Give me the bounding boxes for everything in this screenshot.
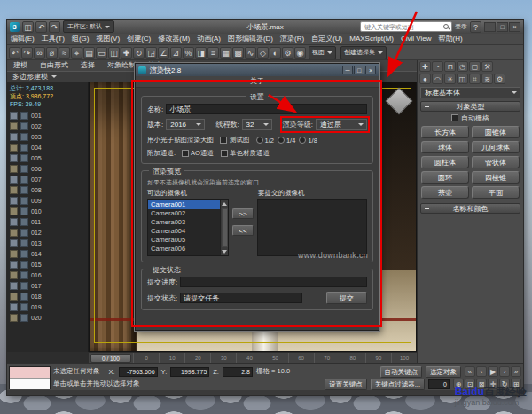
- scene-name-field[interactable]: 小场景: [166, 104, 367, 114]
- menu-item[interactable]: Civil View: [397, 34, 435, 44]
- object-type-button[interactable]: 球体: [421, 141, 469, 153]
- minimize-button[interactable]: ─: [484, 22, 496, 32]
- dialog-maximize-button[interactable]: □: [354, 66, 364, 74]
- menu-item[interactable]: 工具(T): [38, 34, 68, 44]
- camera-list-item[interactable]: Camera002: [148, 209, 220, 218]
- object-type-button[interactable]: 四棱锥: [472, 171, 520, 184]
- remove-camera-button[interactable]: <<: [232, 225, 254, 236]
- selected-filter-button[interactable]: 选定对象: [426, 366, 461, 378]
- add-camera-button[interactable]: >>: [232, 208, 254, 219]
- object-visibility-icon[interactable]: [20, 165, 28, 173]
- frame-tick[interactable]: 40: [236, 353, 262, 363]
- frame-tick[interactable]: 70: [314, 353, 340, 363]
- select-rotate-icon[interactable]: ↻: [133, 47, 145, 59]
- scrollbar-thumb[interactable]: [222, 208, 228, 247]
- x-coordinate-field[interactable]: -7963.606: [119, 367, 158, 377]
- utilities-tab[interactable]: ⚒: [481, 61, 493, 72]
- object-visibility-icon[interactable]: [20, 303, 28, 311]
- window-crossing-icon[interactable]: ◫: [108, 47, 120, 59]
- radio-icon[interactable]: [299, 137, 306, 144]
- menu-item[interactable]: MAXScript(M): [346, 34, 397, 44]
- checkbox-icon[interactable]: [182, 150, 189, 157]
- object-visibility-icon[interactable]: [20, 133, 28, 141]
- object-visibility-icon[interactable]: [20, 144, 28, 152]
- fraction-option[interactable]: 1/4: [278, 137, 295, 145]
- menu-item[interactable]: 组(G): [68, 34, 93, 44]
- scene-object-row[interactable]: 006: [7, 163, 88, 174]
- object-type-button[interactable]: 圆环: [421, 171, 469, 184]
- test-render-checkbox[interactable]: [220, 137, 227, 144]
- frame-tick[interactable]: 100: [391, 353, 417, 363]
- extra-channel-option[interactable]: 单色材质通道: [221, 149, 270, 158]
- ribbon-tab[interactable]: 建模: [7, 60, 34, 71]
- frame-tick[interactable]: 50: [262, 353, 287, 363]
- camera-list-item[interactable]: Camera003: [148, 218, 220, 227]
- camera-list-item[interactable]: Camera004: [148, 227, 220, 236]
- submit-cameras-list[interactable]: [257, 199, 367, 256]
- search-input[interactable]: [363, 23, 442, 31]
- menu-item[interactable]: 动画(A): [193, 34, 224, 44]
- bind-to-spacewarp-icon[interactable]: ≈: [59, 47, 70, 59]
- cameras-icon[interactable]: ◫: [457, 74, 468, 84]
- current-frame-field[interactable]: 0: [428, 379, 450, 389]
- help-icon[interactable]: ?: [470, 21, 481, 33]
- camera-list-item[interactable]: Camera005: [148, 236, 220, 245]
- scene-object-row[interactable]: 007: [7, 174, 88, 184]
- undo-icon[interactable]: ↶: [35, 21, 47, 33]
- object-type-button[interactable]: 平面: [472, 186, 520, 199]
- percent-snap-icon[interactable]: %: [183, 47, 194, 59]
- align-icon[interactable]: ≡: [207, 47, 219, 59]
- dialog-titlebar[interactable]: 渲染快2.8 ─□×: [136, 64, 379, 76]
- checkbox-icon[interactable]: [221, 150, 228, 157]
- frame-tick[interactable]: 10: [159, 353, 184, 363]
- object-type-button[interactable]: 圆锥体: [472, 126, 520, 138]
- object-visibility-icon[interactable]: [20, 239, 28, 247]
- helpers-icon[interactable]: ⌗: [469, 74, 481, 84]
- menu-item[interactable]: 修改器(M): [154, 34, 193, 44]
- scene-object-row[interactable]: 014: [7, 248, 88, 259]
- autogrid-checkbox[interactable]: [451, 114, 458, 121]
- scene-object-row[interactable]: 010: [7, 206, 88, 216]
- primitive-category-dropdown[interactable]: 标准基本体: [420, 87, 520, 98]
- scene-object-row[interactable]: 002: [7, 121, 88, 131]
- frame-tick[interactable]: 80: [340, 353, 365, 363]
- submit-button[interactable]: 提交: [326, 292, 367, 304]
- close-button[interactable]: ×: [509, 22, 520, 32]
- hierarchy-tab[interactable]: ⊓: [444, 61, 456, 72]
- object-visibility-icon[interactable]: [20, 250, 28, 258]
- scene-object-row[interactable]: 001: [7, 110, 88, 121]
- object-visibility-icon[interactable]: [20, 282, 28, 290]
- save-file-icon[interactable]: ◫: [22, 21, 34, 33]
- rectangular-selection-icon[interactable]: ▭: [96, 47, 107, 59]
- scene-object-row[interactable]: 013: [7, 238, 88, 248]
- frame-tick[interactable]: 0: [133, 353, 159, 363]
- maximize-button[interactable]: □: [497, 22, 508, 32]
- radio-icon[interactable]: [256, 137, 263, 144]
- select-by-name-icon[interactable]: ▤: [83, 47, 95, 59]
- scene-object-row[interactable]: 003: [7, 131, 88, 142]
- object-visibility-icon[interactable]: [20, 112, 28, 120]
- list-scrollbar[interactable]: [220, 200, 228, 255]
- select-object-icon[interactable]: ⌖: [71, 47, 82, 59]
- render-setup-icon[interactable]: ⚙: [282, 47, 293, 59]
- threads-dropdown[interactable]: 32: [242, 119, 272, 130]
- curve-editor-icon[interactable]: ∿: [245, 47, 256, 59]
- auto-key-button[interactable]: 自动关键点: [380, 366, 423, 378]
- available-cameras-list[interactable]: Camera001Camera002Camera003Camera004Came…: [147, 199, 229, 256]
- scene-object-row[interactable]: 018: [7, 291, 88, 301]
- go-to-start-icon[interactable]: «: [465, 366, 475, 377]
- object-type-button[interactable]: 管状体: [472, 156, 520, 168]
- object-visibility-icon[interactable]: [20, 293, 28, 301]
- fraction-option[interactable]: 1/2: [256, 137, 274, 145]
- unlink-selection-icon[interactable]: ⌀: [46, 47, 58, 59]
- mirror-icon[interactable]: ◨: [195, 47, 207, 59]
- select-move-icon[interactable]: ✚: [121, 47, 132, 59]
- scene-object-row[interactable]: 015: [7, 259, 88, 269]
- menu-item[interactable]: 编辑(E): [7, 34, 38, 44]
- name-color-rollout-header[interactable]: 名称和颜色: [420, 203, 520, 214]
- menu-item[interactable]: 视图(V): [92, 34, 123, 44]
- sign-in-link[interactable]: 登录: [455, 22, 467, 31]
- render-level-dropdown[interactable]: 通过层: [316, 119, 367, 130]
- camera-list-item[interactable]: Camera006: [148, 245, 220, 254]
- object-visibility-icon[interactable]: [20, 197, 28, 205]
